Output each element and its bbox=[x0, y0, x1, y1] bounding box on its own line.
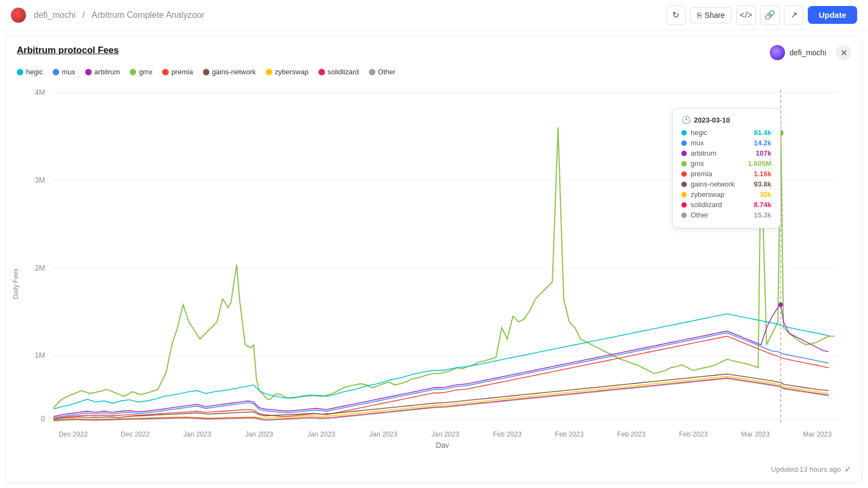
tooltip-dot-gains-network bbox=[681, 182, 687, 187]
tooltip-value-Other: 15.3k bbox=[754, 211, 771, 219]
chart-panel: Arbitrum protocol Fees defi_mochi ✕ hegi… bbox=[5, 36, 863, 483]
tooltip-row-gains-network: gains-network 93.8k bbox=[681, 180, 771, 188]
chart-header-right: defi_mochi ✕ bbox=[770, 45, 851, 60]
legend-item-premia[interactable]: premia bbox=[162, 68, 193, 76]
svg-text:0: 0 bbox=[41, 415, 45, 423]
tooltip-label-mux: mux bbox=[691, 139, 750, 147]
legend-dot-Other bbox=[369, 69, 375, 75]
refresh-button[interactable]: ↻ bbox=[666, 5, 686, 25]
chart-area: Daily Fees 4M 3M 2M 1M 0 Dec 2022 Dec 20… bbox=[17, 81, 851, 448]
tooltip-value-gmx: 1.605M bbox=[748, 159, 771, 168]
hegic-line bbox=[54, 314, 829, 409]
tooltip-dot-Other bbox=[681, 213, 687, 218]
svg-text:Jan 2023: Jan 2023 bbox=[183, 431, 211, 438]
legend-dot-mux bbox=[53, 69, 59, 75]
tooltip-dot-premia bbox=[681, 171, 687, 177]
update-footer: Updated 13 hours ago ✓ bbox=[771, 464, 851, 474]
tooltip-row-solidlizard: solidlizard 8.74k bbox=[681, 201, 771, 209]
tooltip-row-zyberswap: zyberswap 30k bbox=[681, 190, 771, 198]
svg-text:Dec 2022: Dec 2022 bbox=[121, 431, 150, 438]
tooltip-label-arbitrum: arbitrum bbox=[691, 149, 752, 157]
close-button[interactable]: ✕ bbox=[836, 45, 851, 60]
legend-dot-gmx bbox=[130, 69, 136, 75]
legend-label-gmx: gmx bbox=[139, 68, 152, 76]
svg-text:Mar 2023: Mar 2023 bbox=[741, 431, 770, 438]
tooltip-dot-arbitrum bbox=[681, 151, 687, 156]
svg-text:Jan 2023: Jan 2023 bbox=[308, 431, 335, 438]
check-icon: ✓ bbox=[844, 464, 851, 474]
tooltip-value-gains-network: 93.8k bbox=[754, 180, 771, 188]
tooltip-label-hegic: hegic bbox=[691, 129, 750, 137]
legend-item-mux[interactable]: mux bbox=[53, 68, 75, 76]
updated-text: Updated 13 hours ago bbox=[771, 465, 841, 473]
legend-item-hegic[interactable]: hegic bbox=[17, 68, 43, 76]
external-link-button[interactable]: ↗ bbox=[784, 5, 803, 25]
svg-text:Feb 2023: Feb 2023 bbox=[617, 431, 646, 438]
share-button[interactable]: ⎘ Share bbox=[690, 7, 732, 23]
svg-text:Mar 2023: Mar 2023 bbox=[803, 431, 832, 438]
link-button[interactable]: 🔗 bbox=[760, 5, 780, 25]
topnav-left: 🔴 defi_mochi / Arbitrum Complete Analyzo… bbox=[11, 8, 207, 23]
update-button[interactable]: Update bbox=[808, 6, 857, 24]
tooltip-label-premia: premia bbox=[691, 170, 750, 178]
legend-dot-arbitrum bbox=[85, 69, 92, 75]
svg-text:Feb 2023: Feb 2023 bbox=[679, 431, 708, 438]
legend-item-gmx[interactable]: gmx bbox=[130, 68, 152, 76]
topnav-title: defi_mochi / Arbitrum Complete Analyzoor bbox=[31, 10, 207, 20]
svg-text:Jan 2023: Jan 2023 bbox=[431, 431, 459, 438]
tooltip-value-mux: 14.2k bbox=[754, 139, 771, 147]
legend-item-Other[interactable]: Other bbox=[369, 68, 396, 76]
tooltip-value-solidlizard: 8.74k bbox=[754, 201, 771, 209]
tooltip-row-hegic: hegic 81.4k bbox=[681, 129, 771, 137]
share-label: Share bbox=[705, 11, 725, 20]
topnav-page-title: Arbitrum Complete Analyzoor bbox=[92, 10, 205, 20]
legend-label-mux: mux bbox=[62, 68, 75, 76]
legend-item-zyberswap[interactable]: zyberswap bbox=[266, 68, 309, 76]
topnav-right: ↻ ⎘ Share </> 🔗 ↗ Update bbox=[666, 5, 857, 25]
legend-label-zyberswap: zyberswap bbox=[275, 68, 309, 76]
tooltip-row-Other: Other 15.3k bbox=[681, 211, 771, 219]
tooltip-label-gmx: gmx bbox=[691, 159, 744, 168]
svg-text:Feb 2023: Feb 2023 bbox=[493, 431, 522, 438]
tooltip-dot-mux bbox=[681, 140, 687, 146]
tooltip-label-zyberswap: zyberswap bbox=[691, 190, 756, 198]
svg-text:Jan 2023: Jan 2023 bbox=[245, 431, 273, 438]
chart-user-avatar bbox=[770, 45, 785, 60]
legend-item-arbitrum[interactable]: arbitrum bbox=[85, 68, 120, 76]
legend-label-arbitrum: arbitrum bbox=[94, 68, 120, 76]
chart-tooltip: 🕐 2023-03-10 hegic 81.4k mux 14.2k arbit… bbox=[672, 108, 781, 228]
tooltip-row-gmx: gmx 1.605M bbox=[681, 159, 771, 168]
svg-text:Day: Day bbox=[436, 441, 449, 448]
svg-text:2M: 2M bbox=[35, 264, 45, 272]
y-axis-label: Daily Fees bbox=[12, 268, 20, 299]
chart-user: defi_mochi bbox=[770, 45, 826, 60]
topnav: 🔴 defi_mochi / Arbitrum Complete Analyzo… bbox=[0, 0, 868, 30]
legend-label-gains-network: gains-network bbox=[212, 68, 256, 76]
code-button[interactable]: </> bbox=[736, 5, 756, 25]
chart-title-wrap: Arbitrum protocol Fees bbox=[17, 45, 119, 56]
svg-text:3M: 3M bbox=[35, 176, 45, 184]
legend-label-hegic: hegic bbox=[26, 68, 43, 76]
tooltip-dot-zyberswap bbox=[681, 192, 687, 197]
svg-text:4M: 4M bbox=[35, 88, 45, 97]
legend-dot-zyberswap bbox=[266, 69, 272, 75]
legend-dot-gains-network bbox=[203, 69, 209, 75]
arbitrum-line bbox=[54, 305, 829, 416]
tooltip-row-arbitrum: arbitrum 107k bbox=[681, 149, 771, 157]
legend-dot-premia bbox=[162, 69, 169, 75]
legend-item-solidlizard[interactable]: solidlizard bbox=[318, 68, 359, 76]
legend-dot-solidlizard bbox=[318, 69, 325, 75]
user-avatar: 🔴 bbox=[11, 8, 26, 23]
svg-text:1M: 1M bbox=[35, 351, 45, 359]
tooltip-label-solidlizard: solidlizard bbox=[691, 201, 750, 209]
share-icon: ⎘ bbox=[697, 11, 701, 20]
tooltip-row-mux: mux 14.2k bbox=[681, 139, 771, 147]
tooltip-label-Other: Other bbox=[691, 211, 750, 219]
chart-legend: hegicmuxarbitrumgmxpremiagains-networkzy… bbox=[17, 68, 851, 76]
svg-text:Feb 2023: Feb 2023 bbox=[555, 431, 584, 438]
tooltip-value-zyberswap: 30k bbox=[760, 190, 771, 198]
legend-item-gains-network[interactable]: gains-network bbox=[203, 68, 256, 76]
clock-icon: 🕐 bbox=[681, 115, 691, 124]
chart-title[interactable]: Arbitrum protocol Fees bbox=[17, 45, 119, 56]
svg-text:Jan 2023: Jan 2023 bbox=[369, 431, 397, 438]
